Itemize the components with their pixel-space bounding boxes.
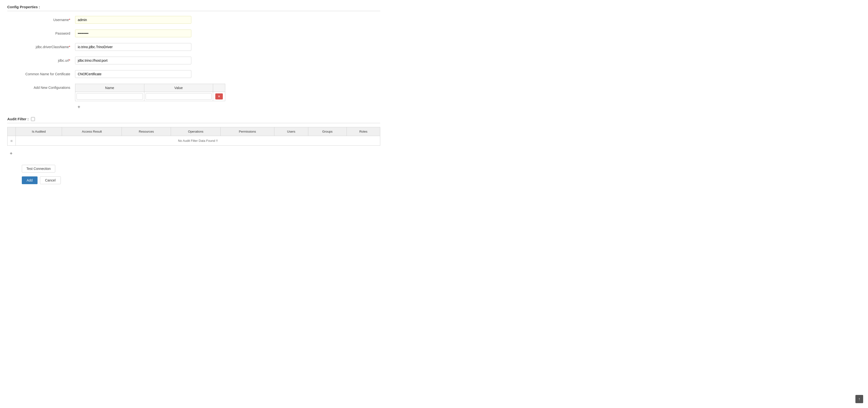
- common-name-label: Common Name for Certificate: [7, 70, 75, 76]
- config-col-name: Name: [75, 84, 144, 92]
- jdbc-url-input[interactable]: [75, 57, 191, 64]
- password-input[interactable]: [75, 30, 191, 37]
- page-container: Config Properties : Username* Password j…: [0, 0, 388, 189]
- username-input[interactable]: [75, 16, 191, 24]
- username-label: Username*: [7, 16, 75, 22]
- audit-no-data-icon-cell: ⊞: [7, 136, 16, 146]
- audit-row-icon: ⊞: [10, 139, 12, 142]
- audit-col-resources: Resources: [122, 127, 171, 136]
- audit-no-data-cell: No Audit Filter Data Found !!: [16, 136, 380, 146]
- audit-col-groups: Groups: [308, 127, 347, 136]
- audit-col-users: Users: [274, 127, 308, 136]
- config-table: Name Value ✕: [75, 84, 225, 101]
- audit-no-data-row: ⊞ No Audit Filter Data Found !!: [7, 136, 380, 146]
- config-value-input[interactable]: [146, 93, 212, 100]
- config-properties-title: Config Properties :: [7, 5, 380, 11]
- username-row: Username*: [7, 16, 380, 24]
- audit-col-roles: Roles: [347, 127, 380, 136]
- cancel-button[interactable]: Cancel: [40, 176, 61, 184]
- password-label: Password: [7, 30, 75, 35]
- jdbc-driver-input[interactable]: [75, 43, 191, 51]
- add-new-config-label: Add New Configurations: [7, 84, 75, 90]
- config-col-action: [213, 84, 225, 92]
- add-audit-row-button[interactable]: +: [7, 149, 15, 158]
- jdbc-driver-row: jdbc.driverClassName*: [7, 43, 380, 51]
- audit-filter-title: Audit Filter :: [7, 117, 380, 123]
- config-table-wrapper: Name Value ✕: [75, 84, 225, 111]
- test-connection-button[interactable]: Test Connection: [22, 165, 55, 173]
- config-name-input[interactable]: [76, 93, 143, 100]
- test-connection-row: Test Connection: [7, 165, 380, 173]
- audit-filter-section: Audit Filter : Is Audited Access Result …: [7, 117, 380, 162]
- add-new-config-row: Add New Configurations Name Value: [7, 84, 380, 111]
- audit-col-operations: Operations: [171, 127, 221, 136]
- audit-table: Is Audited Access Result Resources Opera…: [7, 127, 380, 146]
- config-name-cell: [75, 92, 144, 101]
- config-delete-cell: ✕: [213, 92, 225, 101]
- password-row: Password: [7, 30, 380, 37]
- audit-col-access-result: Access Result: [62, 127, 122, 136]
- common-name-row: Common Name for Certificate: [7, 70, 380, 78]
- config-value-cell: [144, 92, 213, 101]
- config-col-value: Value: [144, 84, 213, 92]
- audit-col-is-audited: Is Audited: [16, 127, 62, 136]
- add-button[interactable]: Add: [22, 176, 37, 184]
- audit-col-checkbox: [7, 127, 16, 136]
- config-table-row: ✕: [75, 92, 225, 101]
- jdbc-driver-label: jdbc.driverClassName*: [7, 43, 75, 49]
- audit-filter-checkbox[interactable]: [31, 117, 35, 121]
- common-name-input[interactable]: [75, 70, 191, 78]
- action-row: Add Cancel: [7, 176, 380, 184]
- jdbc-url-label: jdbc.url*: [7, 57, 75, 62]
- jdbc-url-row: jdbc.url*: [7, 57, 380, 64]
- audit-col-permissions: Permissions: [221, 127, 274, 136]
- add-config-row-button[interactable]: +: [75, 103, 83, 111]
- audit-table-header-row: Is Audited Access Result Resources Opera…: [7, 127, 380, 136]
- config-delete-button[interactable]: ✕: [215, 93, 223, 99]
